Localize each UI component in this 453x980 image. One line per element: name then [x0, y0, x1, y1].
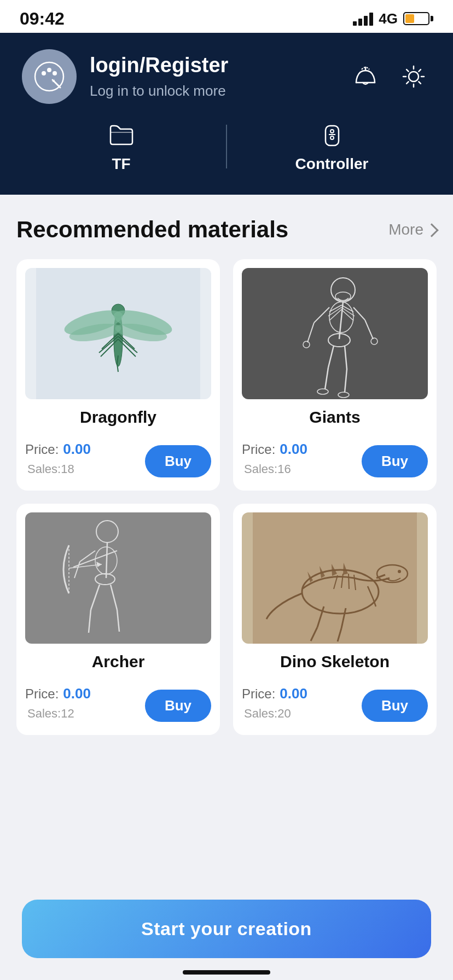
more-chevron-icon: [425, 223, 438, 237]
signal-icon: [353, 11, 373, 26]
buy-button-giants[interactable]: Buy: [362, 445, 428, 477]
header-username[interactable]: login/Register: [90, 54, 228, 77]
more-button[interactable]: More: [388, 221, 437, 238]
settings-icon-btn[interactable]: [396, 59, 431, 94]
sales-dragonfly: Sales:18: [25, 462, 91, 476]
card-image-dragonfly: [25, 268, 211, 399]
card-giants: Giants Price: 0.00 Sales:16 Buy: [233, 259, 437, 491]
buy-button-dino[interactable]: Buy: [362, 690, 428, 722]
card-dino: Dino Skeleton Price: 0.00 Sales:20 Buy: [233, 504, 437, 735]
nav-controller[interactable]: Controller: [233, 120, 431, 173]
price-value-archer: 0.00: [63, 685, 91, 702]
svg-point-69: [398, 570, 401, 573]
home-indicator: [183, 970, 270, 975]
price-label-dragonfly: Price:: [25, 442, 59, 457]
main-content: Recommended materials More: [0, 195, 453, 822]
card-bottom-dragonfly: Price: 0.00 Sales:18 Buy: [25, 440, 211, 477]
price-value-dragonfly: 0.00: [63, 441, 91, 458]
price-label-archer: Price:: [25, 686, 59, 702]
svg-rect-66: [253, 512, 417, 644]
svg-point-1: [42, 71, 46, 75]
card-image-archer: [25, 512, 211, 644]
card-title-giants: Giants: [242, 408, 428, 427]
notification-icon-btn[interactable]: [348, 59, 383, 94]
card-image-dino: [242, 512, 428, 644]
card-bottom-archer: Price: 0.00 Sales:12 Buy: [25, 684, 211, 722]
buy-button-archer[interactable]: Buy: [145, 690, 211, 722]
header-nav: TF Controller: [22, 120, 431, 173]
svg-line-73: [349, 574, 349, 589]
nav-controller-label: Controller: [295, 155, 369, 173]
header: login/Register Log in to unlock more: [0, 33, 453, 195]
card-bottom-dino: Price: 0.00 Sales:20 Buy: [242, 684, 428, 722]
price-label-dino: Price:: [242, 686, 275, 702]
card-dragonfly: Dragonfly Price: 0.00 Sales:18 Buy: [16, 259, 220, 491]
start-creation-button[interactable]: Start your creation: [22, 900, 431, 958]
nav-divider: [226, 125, 227, 168]
card-archer: Archer Price: 0.00 Sales:12 Buy: [16, 504, 220, 735]
sales-archer: Sales:12: [25, 707, 91, 721]
card-title-dino: Dino Skeleton: [242, 652, 428, 671]
header-subtitle: Log in to unlock more: [90, 83, 228, 100]
start-creation-bar: Start your creation: [22, 900, 431, 958]
nav-tf-label: TF: [112, 155, 130, 173]
svg-point-3: [53, 71, 57, 75]
price-value-giants: 0.00: [280, 441, 307, 458]
status-bar: 09:42 4G: [0, 0, 453, 33]
cards-grid: Dragonfly Price: 0.00 Sales:18 Buy: [16, 259, 437, 735]
battery-icon: [403, 12, 433, 25]
svg-line-6: [53, 80, 60, 88]
section-header: Recommended materials More: [16, 217, 437, 243]
network-label: 4G: [379, 10, 398, 27]
sales-dino: Sales:20: [242, 707, 307, 721]
avatar[interactable]: [22, 49, 77, 104]
nav-tf[interactable]: TF: [22, 120, 220, 173]
svg-point-9: [330, 130, 334, 133]
svg-point-2: [47, 68, 51, 72]
svg-point-7: [409, 72, 419, 81]
price-label-giants: Price:: [242, 442, 275, 457]
svg-point-29: [335, 292, 351, 301]
buy-button-dragonfly[interactable]: Buy: [145, 445, 211, 477]
sales-giants: Sales:16: [242, 462, 307, 476]
status-time: 09:42: [20, 9, 65, 29]
more-label: More: [388, 221, 423, 238]
price-value-dino: 0.00: [280, 685, 307, 702]
status-icons: 4G: [353, 10, 433, 27]
section-title: Recommended materials: [16, 217, 288, 243]
card-title-archer: Archer: [25, 652, 211, 671]
svg-point-10: [330, 136, 334, 139]
card-bottom-giants: Price: 0.00 Sales:16 Buy: [242, 440, 428, 477]
card-image-giants: [242, 268, 428, 399]
card-title-dragonfly: Dragonfly: [25, 408, 211, 427]
